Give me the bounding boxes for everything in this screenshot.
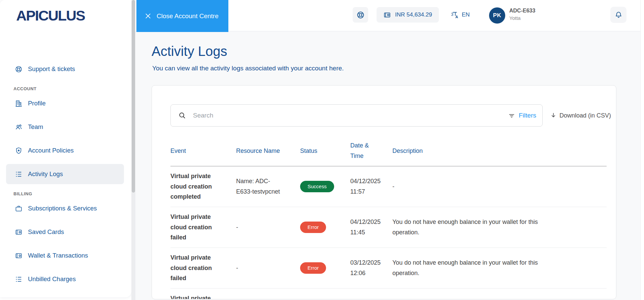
cell-date-time: 04/12/2025 11:57	[350, 176, 384, 197]
column-header-date-time: Date & Time	[350, 140, 374, 161]
search-input[interactable]	[192, 111, 508, 120]
column-header-event: Event	[170, 140, 236, 161]
column-header-status: Status	[300, 140, 350, 161]
status-badge: Success	[300, 181, 334, 192]
filters-button[interactable]: Filters	[508, 112, 536, 119]
status-badge: Error	[300, 262, 326, 274]
page-title: Activity Logs	[152, 44, 227, 59]
wallet-icon	[14, 252, 23, 260]
cell-date: 04/12/2025	[350, 176, 384, 187]
page-subtitle: You can view all the activity logs assoc…	[152, 65, 344, 72]
sidebar-item-label: Saved Cards	[28, 228, 64, 236]
notifications-button[interactable]	[610, 7, 626, 23]
language-selector[interactable]: 3 A EN	[451, 7, 470, 23]
sidebar-item-unbilled-charges[interactable]: Unbilled Charges	[6, 269, 124, 289]
cell-event: Virtual private	[170, 293, 219, 299]
cell-resource-name: -	[236, 222, 283, 233]
wallet-balance-button[interactable]: INR 54,634.29	[377, 7, 439, 23]
list-icon	[14, 170, 23, 178]
sidebar-item-subscriptions-services[interactable]: Subscriptions & Services	[6, 198, 124, 219]
magnifier-icon	[178, 111, 186, 120]
close-account-centre-button[interactable]: Close Account Centre	[136, 0, 228, 32]
cell-event: Virtual private cloud creation failed	[170, 253, 219, 284]
download-csv-button[interactable]: Download (in CSV)	[550, 112, 611, 119]
lifebuoy-icon	[14, 65, 23, 73]
wallet-balance: INR 54,634.29	[395, 11, 432, 18]
cell-time: 11:45	[350, 227, 384, 238]
vertical-scrollbar[interactable]	[131, 0, 135, 300]
shield-star-icon	[14, 146, 23, 155]
download-label: Download (in CSV)	[559, 112, 611, 119]
cell-date-time: 03/12/2025 12:06	[350, 258, 384, 278]
svg-text:3: 3	[451, 12, 453, 16]
sidebar-item-team[interactable]: Team	[6, 117, 124, 137]
section-heading-account: ACCOUNT	[13, 86, 131, 91]
team-icon	[14, 123, 23, 131]
cell-description: -	[392, 181, 557, 192]
close-button-label: Close Account Centre	[157, 12, 219, 20]
column-header-description: Description	[392, 140, 607, 161]
table-header-row: Event Resource Name Status Date & Time D…	[170, 140, 607, 166]
card-icon	[14, 228, 23, 236]
x-close-icon	[144, 12, 152, 20]
help-button[interactable]	[353, 7, 368, 23]
search-box: Filters	[170, 104, 543, 127]
account-id: ADC-E633	[509, 8, 535, 14]
bell-icon	[614, 11, 623, 19]
section-heading-billing: BILLING	[13, 191, 131, 196]
wallet-icon	[383, 11, 391, 19]
list-icon	[14, 275, 23, 283]
filters-label: Filters	[519, 112, 536, 119]
sidebar: APICULUS Support & tickets ACCOUNT Profi…	[0, 0, 131, 297]
cell-description: You do not have enough balance in your w…	[392, 258, 557, 278]
table-row: Virtual private cloud creation completed…	[170, 166, 607, 207]
sidebar-nav: Support & tickets ACCOUNT Profile	[0, 59, 131, 293]
table-toolbar: Filters Download (in CSV)	[170, 104, 607, 127]
apiculus-logo: APICULUS	[16, 7, 85, 24]
activity-logs-card: Filters Download (in CSV) Event Resource…	[152, 85, 616, 299]
sidebar-item-label: Wallet & Transactions	[28, 252, 88, 259]
table-row: Virtual private	[170, 289, 607, 299]
cell-date: 03/12/2025	[350, 258, 384, 268]
sidebar-item-account-policies[interactable]: Account Policies	[6, 140, 124, 161]
user-avatar[interactable]: PK	[489, 7, 505, 24]
cell-event: Virtual private cloud creation failed	[170, 212, 219, 243]
briefcase-icon	[14, 204, 23, 212]
download-arrow-icon	[550, 112, 557, 119]
cell-date-time: 04/12/2025 11:45	[350, 217, 384, 238]
sidebar-item-label: Support & tickets	[28, 65, 75, 73]
sidebar-item-saved-cards[interactable]: Saved Cards	[6, 222, 124, 242]
window-right-edge	[640, 0, 644, 300]
table-row: Virtual private cloud creation failed - …	[170, 207, 607, 248]
status-badge: Error	[300, 222, 326, 233]
cell-resource-name: -	[236, 263, 283, 273]
cell-time: 11:57	[350, 187, 384, 197]
language-code: EN	[462, 11, 470, 18]
cell-time: 12:06	[350, 268, 384, 278]
content-area: Activity Logs You can view all the activ…	[135, 31, 644, 300]
sidebar-item-label: Unbilled Charges	[28, 275, 76, 283]
scrollbar-thumb[interactable]	[132, 0, 135, 193]
main-area: Close Account Centre INR 54,634.29	[135, 0, 644, 300]
sidebar-item-profile[interactable]: Profile	[6, 93, 124, 113]
topbar: Close Account Centre INR 54,634.29	[135, 0, 644, 31]
account-name: Yotta	[509, 15, 535, 21]
table-row: Virtual private cloud creation failed - …	[170, 248, 607, 289]
sidebar-item-label: Profile	[28, 100, 45, 107]
sidebar-item-label: Activity Logs	[28, 170, 63, 178]
translate-icon: 3 A	[451, 11, 459, 19]
sidebar-item-support-tickets[interactable]: Support & tickets	[6, 59, 124, 79]
column-header-resource-name: Resource Name	[236, 140, 300, 161]
lifebuoy-icon	[356, 11, 365, 19]
sidebar-item-label: Team	[28, 123, 43, 131]
sidebar-item-wallet-transactions[interactable]: Wallet & Transactions	[6, 245, 124, 266]
sidebar-item-label: Account Policies	[28, 147, 74, 154]
filter-icon	[508, 112, 515, 119]
sidebar-item-activity-logs[interactable]: Activity Logs	[6, 164, 124, 184]
cell-resource-name: Name: ADC-E633-testvpcnet	[236, 176, 283, 197]
cell-date: 04/12/2025	[350, 217, 384, 227]
building-icon	[14, 99, 23, 107]
account-switcher[interactable]: ADC-E633 Yotta	[509, 8, 535, 21]
cell-event: Virtual private cloud creation completed	[170, 171, 219, 202]
cell-description: You do not have enough balance in your w…	[392, 217, 557, 238]
